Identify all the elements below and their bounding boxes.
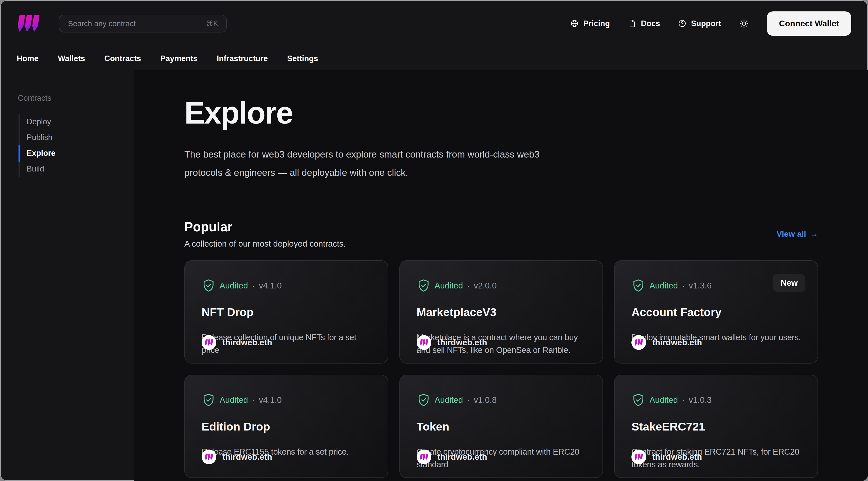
publisher-row[interactable]: thirdweb.eth (416, 335, 487, 350)
version-label: v4.1.0 (259, 281, 282, 291)
audit-row: Audited · v4.1.0 (202, 393, 371, 407)
shield-check-icon (416, 393, 431, 407)
publisher-row[interactable]: thirdweb.eth (631, 450, 702, 464)
version-label: v2.0.0 (474, 281, 497, 291)
audit-row: Audited · v1.0.3 (631, 393, 801, 407)
version-label: v1.0.3 (689, 395, 712, 405)
page-body: Contracts Deploy Publish Explore Build E… (0, 70, 868, 481)
meta-separator: · (252, 395, 255, 405)
theme-toggle-sun-icon[interactable] (739, 19, 749, 29)
sidebar-item-publish[interactable]: Publish (20, 130, 134, 145)
tab-settings[interactable]: Settings (287, 54, 318, 63)
publisher-name: thirdweb.eth (222, 338, 272, 347)
card-title: NFT Drop (202, 306, 371, 319)
shield-check-icon (202, 393, 216, 407)
view-all-link[interactable]: View all → (776, 229, 818, 239)
publisher-row[interactable]: thirdweb.eth (631, 335, 702, 350)
contract-search: ⌘K (59, 15, 227, 32)
arrow-right-icon: → (810, 229, 818, 239)
shield-check-icon (631, 393, 645, 407)
version-label: v1.3.6 (689, 281, 712, 291)
tab-contracts[interactable]: Contracts (104, 54, 141, 63)
popular-header-text: Popular A collection of our most deploye… (184, 219, 346, 249)
document-icon (628, 19, 637, 28)
contract-card-marketplacev3[interactable]: Audited · v2.0.0 MarketplaceV3 Marketpla… (399, 260, 603, 364)
audit-row: Audited · v2.0.0 (416, 278, 586, 293)
docs-link[interactable]: Docs (628, 19, 660, 28)
connect-wallet-button[interactable]: Connect Wallet (767, 11, 851, 36)
shield-check-icon (416, 278, 431, 293)
sidebar-item-explore[interactable]: Explore (20, 145, 134, 161)
meta-separator: · (467, 395, 470, 405)
popular-header: Popular A collection of our most deploye… (184, 219, 818, 249)
app-window: ⌘K Pricing Docs Support Connect Wallet H… (0, 0, 868, 481)
audited-label: Audited (649, 395, 678, 405)
sidebar-item-deploy[interactable]: Deploy (20, 114, 134, 130)
tab-wallets[interactable]: Wallets (58, 54, 85, 63)
sidebar-section-label: Contracts (18, 94, 134, 103)
docs-label: Docs (641, 19, 660, 28)
search-input[interactable] (67, 19, 201, 28)
view-all-label: View all (776, 229, 806, 239)
card-title: StakeERC721 (631, 420, 801, 433)
contract-card-grid: Audited · v4.1.0 NFT Drop Release collec… (184, 260, 818, 478)
contract-card-nft-drop[interactable]: Audited · v4.1.0 NFT Drop Release collec… (184, 260, 388, 364)
sidebar-item-label: Explore (27, 149, 56, 158)
sidebar-item-label: Publish (27, 133, 53, 142)
meta-separator: · (467, 281, 470, 291)
sidebar-list: Deploy Publish Explore Build (19, 114, 134, 177)
globe-icon (570, 19, 579, 28)
top-bar: ⌘K Pricing Docs Support Connect Wallet (0, 0, 868, 47)
top-right-cluster: Pricing Docs Support Connect Wallet (570, 11, 851, 36)
shield-check-icon (202, 278, 216, 293)
help-circle-icon (678, 19, 687, 28)
tab-home[interactable]: Home (17, 54, 38, 63)
audited-label: Audited (220, 281, 248, 291)
tab-infrastructure[interactable]: Infrastructure (217, 54, 268, 63)
popular-title: Popular (184, 219, 346, 234)
sidebar-item-build[interactable]: Build (20, 161, 134, 177)
page-description: The best place for web3 developers to ex… (184, 145, 572, 182)
thirdweb-avatar-icon (202, 450, 216, 464)
version-label: v4.1.0 (259, 395, 282, 405)
meta-separator: · (682, 395, 685, 405)
pricing-link[interactable]: Pricing (570, 19, 610, 28)
publisher-name: thirdweb.eth (652, 452, 702, 462)
audited-label: Audited (435, 281, 463, 291)
contracts-sidebar: Contracts Deploy Publish Explore Build (0, 70, 134, 481)
publisher-name: thirdweb.eth (437, 452, 487, 462)
audited-label: Audited (435, 395, 463, 405)
search-shortcut: ⌘K (206, 19, 218, 28)
publisher-row[interactable]: thirdweb.eth (416, 450, 487, 464)
meta-separator: · (252, 281, 255, 291)
audit-row: Audited · v4.1.0 (202, 278, 371, 293)
thirdweb-avatar-icon (631, 450, 646, 464)
publisher-row[interactable]: thirdweb.eth (202, 335, 272, 350)
audited-label: Audited (649, 281, 678, 291)
publisher-row[interactable]: thirdweb.eth (202, 450, 272, 464)
version-label: v1.0.8 (474, 395, 497, 405)
thirdweb-avatar-icon (416, 335, 431, 350)
support-label: Support (691, 19, 721, 28)
sidebar-item-label: Build (27, 164, 44, 174)
thirdweb-avatar-icon (202, 335, 216, 350)
card-title: Account Factory (631, 306, 801, 319)
tab-payments[interactable]: Payments (160, 54, 197, 63)
audited-label: Audited (220, 395, 248, 405)
support-link[interactable]: Support (678, 19, 721, 28)
shield-check-icon (631, 278, 645, 293)
thirdweb-logo-icon[interactable] (17, 14, 40, 33)
primary-nav: Home Wallets Contracts Payments Infrastr… (0, 47, 868, 70)
main-content: Explore The best place for web3 develope… (134, 70, 868, 481)
publisher-name: thirdweb.eth (222, 452, 272, 462)
contract-card-edition-drop[interactable]: Audited · v4.1.0 Edition Drop Release ER… (184, 375, 388, 478)
page-title: Explore (184, 95, 818, 131)
thirdweb-avatar-icon (631, 335, 646, 350)
new-badge: New (773, 274, 805, 292)
contract-card-account-factory[interactable]: New Audited · v1.3.6 Account Factory Dep… (614, 260, 818, 364)
contract-card-token[interactable]: Audited · v1.0.8 Token Create cryptocurr… (399, 375, 603, 478)
popular-subtitle: A collection of our most deployed contra… (184, 239, 346, 249)
contract-card-stakeerc721[interactable]: Audited · v1.0.3 StakeERC721 Contract fo… (614, 375, 818, 478)
card-title: Token (416, 420, 586, 433)
publisher-name: thirdweb.eth (652, 338, 702, 347)
